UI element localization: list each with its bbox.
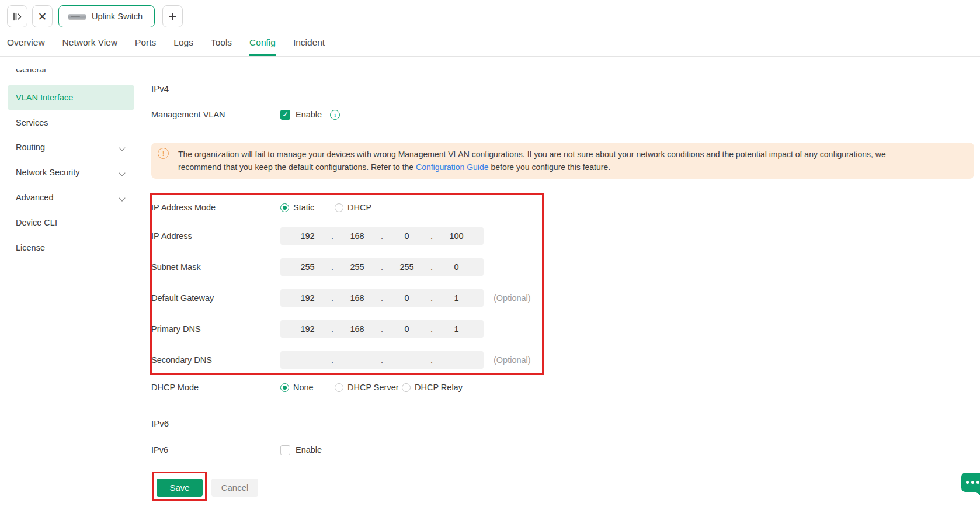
subnet-mask-input[interactable]: 2552552550 [280,258,484,276]
config-sidebar: General VLAN Interface Services Routing … [0,69,143,506]
annotation-box-ip-settings [150,193,544,375]
close-tab-button[interactable]: ✕ [32,5,53,27]
tab-config[interactable]: Config [249,29,276,56]
info-icon[interactable]: i [330,110,340,120]
topbar: ✕ Uplink Switch + [0,0,980,29]
configuration-guide-link[interactable]: Configuration Guide [416,162,489,172]
octet-separator [430,355,433,365]
radio-dhcp[interactable]: DHCP [335,203,371,212]
octet-separator [381,355,383,365]
tab-ports[interactable]: Ports [135,29,156,56]
sidebar-item-network-security[interactable]: Network Security [8,160,134,185]
device-tab-label: Uplink Switch [92,12,143,21]
default-gateway-input[interactable]: 19216801 [280,289,484,307]
radio-none[interactable]: None [280,383,335,392]
subnet-mask-row: Subnet Mask 2552552550 [151,258,484,276]
radio-static[interactable]: Static [280,203,335,212]
subnet-octet-1[interactable]: 255 [284,262,331,272]
sidebar-item-license[interactable]: License [8,235,134,260]
ip-octet-3[interactable]: 0 [383,231,430,241]
primary-dns-label: Primary DNS [151,324,280,334]
optional-hint: (Optional) [494,355,531,365]
secondary-dns-row: Secondary DNS (Optional) [151,351,531,369]
primary-dns-row: Primary DNS 19216801 [151,320,484,338]
tab-logs[interactable]: Logs [173,29,193,56]
sidebar-item-general[interactable]: General [8,69,134,82]
tab-network-view[interactable]: Network View [62,29,117,56]
sidebar-item-label: Advanced [16,193,54,202]
tab-incident[interactable]: Incident [293,29,325,56]
chat-dots-icon [971,481,974,484]
radio-dhcp-server-icon [335,383,343,392]
sidebar-item-label: Device CLI [16,218,57,227]
close-icon: ✕ [38,10,47,23]
management-vlan-warning-banner: ! The organization will fail to manage y… [151,143,974,179]
dns1-octet-3[interactable]: 0 [383,324,430,334]
sidebar-item-label: VLAN Interface [16,93,73,102]
ip-address-label: IP Address [151,231,280,241]
gateway-octet-1[interactable]: 192 [284,293,331,303]
dhcp-mode-label: DHCP Mode [151,383,280,392]
tab-overview[interactable]: Overview [7,29,45,56]
subnet-octet-4[interactable]: 0 [433,262,480,272]
subnet-mask-label: Subnet Mask [151,262,280,272]
warning-text: The organization will fail to manage you… [178,148,919,174]
radio-dhcp-server-label: DHCP Server [347,383,399,392]
switch-device-image [68,14,86,19]
subnet-octet-3[interactable]: 255 [383,262,430,272]
octet-separator [331,355,333,365]
add-tab-button[interactable]: + [162,5,183,27]
secondary-dns-input[interactable] [280,351,484,369]
ipv6-label: IPv6 [151,445,280,455]
dns1-octet-2[interactable]: 168 [333,324,381,334]
primary-dns-input[interactable]: 19216801 [280,320,484,338]
ipv6-enable-checkbox[interactable] [280,445,290,455]
sidebar-item-label: Routing [16,143,45,152]
chat-dots-icon [966,481,969,484]
sidebar-item-label: License [16,243,45,252]
management-vlan-enable-checkbox[interactable] [280,110,290,120]
ip-address-input[interactable]: 1921680100 [280,227,484,245]
dns1-octet-4[interactable]: 1 [433,324,480,334]
ip-address-mode-row: IP Address Mode Static DHCP [151,198,371,217]
chevron-down-icon [120,145,125,150]
radio-dhcp-relay[interactable]: DHCP Relay [402,383,463,392]
sidebar-item-vlan-interface[interactable]: VLAN Interface [8,85,134,110]
tab-tools[interactable]: Tools [211,29,232,56]
radio-none-icon [280,383,289,392]
plus-icon: + [168,8,176,25]
sidebar-item-advanced[interactable]: Advanced [8,185,134,210]
sidebar-item-device-cli[interactable]: Device CLI [8,210,134,235]
chat-feedback-widget[interactable] [961,473,980,492]
sidebar-item-services[interactable]: Services [8,110,134,135]
sidebar-item-label: Services [16,118,48,127]
ip-octet-1[interactable]: 192 [284,231,331,241]
management-vlan-label: Management VLAN [151,110,280,119]
sidebar-item-routing[interactable]: Routing [8,135,134,160]
gateway-octet-3[interactable]: 0 [383,293,430,303]
gateway-octet-4[interactable]: 1 [433,293,480,303]
warning-text-tail: before you configure this feature. [489,162,611,172]
subnet-octet-2[interactable]: 255 [333,262,381,272]
chevron-down-icon [120,170,125,175]
warning-icon: ! [158,148,169,159]
save-button[interactable]: Save [157,479,203,497]
dns1-octet-1[interactable]: 192 [284,324,331,334]
chat-dots-icon [976,481,979,484]
device-tab-uplink-switch[interactable]: Uplink Switch [58,5,155,27]
gateway-octet-2[interactable]: 168 [333,293,381,303]
app-window: ✕ Uplink Switch + Overview Network View … [0,0,980,506]
radio-dhcp-server[interactable]: DHCP Server [335,383,402,392]
optional-hint: (Optional) [494,293,531,303]
ip-octet-4[interactable]: 100 [433,231,480,241]
default-gateway-label: Default Gateway [151,293,280,303]
cancel-button[interactable]: Cancel [211,479,258,497]
collapse-panel-button[interactable] [7,5,27,27]
radio-dhcp-relay-label: DHCP Relay [415,383,463,392]
ipv6-enable-row: IPv6 Enable [151,441,322,459]
sidebar-item-label: Network Security [16,168,80,177]
ip-octet-2[interactable]: 168 [333,231,381,241]
radio-static-label: Static [293,203,314,212]
radio-dhcp-label: DHCP [347,203,371,212]
sidebar-item-label: General [16,69,46,74]
